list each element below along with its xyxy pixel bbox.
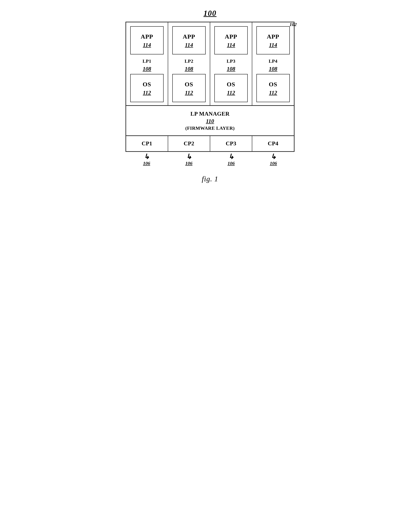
os-box-4: OS 112 (256, 74, 290, 102)
os-label-3: OS (227, 81, 235, 88)
app-label-3: APP (225, 33, 237, 40)
arrow-3: ↳ (228, 153, 234, 160)
lp-ref-2: 108 (185, 66, 193, 72)
cp-label-2: CP2 (183, 140, 194, 147)
diagram-title: 100 (204, 9, 216, 18)
lp-manager-subtitle: (FIRMWARE LAYER) (185, 125, 235, 131)
lp-manager-ref: 110 (206, 118, 214, 124)
app-ref-4: 114 (269, 42, 277, 48)
outer-box: APP 114 LP1 108 OS 112 APP (126, 22, 294, 152)
cp-cell-4: CP4 (252, 136, 294, 151)
cp-label-1: CP1 (142, 140, 152, 147)
os-ref-2: 112 (185, 90, 193, 96)
app-label-1: APP (141, 33, 153, 40)
cp-cell-1: CP1 (126, 136, 168, 151)
lp-label-1: LP1 108 (143, 58, 151, 72)
lp-column-4: APP 114 LP4 108 OS 112 (252, 22, 294, 105)
app-ref-2: 114 (185, 42, 193, 48)
app-ref-3: 114 (227, 42, 235, 48)
cp-cell-2: CP2 (168, 136, 210, 151)
fig-label: fig. 1 (202, 175, 218, 183)
arrow-ref-3: 106 (228, 161, 235, 166)
os-box-3: OS 112 (214, 74, 248, 102)
lp-label-3: LP3 108 (227, 58, 236, 72)
app-box-3: APP 114 (214, 26, 248, 54)
os-box-1: OS 112 (130, 74, 164, 102)
lp-column-1: APP 114 LP1 108 OS 112 (126, 22, 168, 105)
arrow-cell-1: ↳ 106 (126, 153, 168, 166)
lp-ref-4: 108 (269, 66, 277, 72)
lp-column-2: APP 114 LP2 108 OS 112 (168, 22, 210, 105)
cp-label-4: CP4 (268, 140, 278, 147)
lp-name-2: LP2 (185, 58, 194, 64)
arrow-cell-2: ↳ 106 (168, 153, 210, 166)
app-label-4: APP (267, 33, 279, 40)
os-ref-4: 112 (269, 90, 277, 96)
os-ref-3: 112 (227, 90, 235, 96)
os-label-1: OS (143, 81, 151, 88)
page-container: 100 102 APP 114 LP1 108 (126, 9, 294, 183)
cp-label-3: CP3 (226, 140, 236, 147)
lp-columns-row: APP 114 LP1 108 OS 112 APP (126, 22, 294, 106)
app-box-4: APP 114 (256, 26, 290, 54)
lp-name-3: LP3 (227, 58, 236, 64)
cp-row: CP1 CP2 CP3 CP4 (126, 136, 294, 151)
arrows-row: ↳ 106 ↳ 106 ↳ 106 ↳ 106 (126, 153, 294, 166)
cp-cell-3: CP3 (210, 136, 252, 151)
os-label-2: OS (185, 81, 193, 88)
arrow-ref-2: 106 (185, 161, 192, 166)
lp-label-2: LP2 108 (185, 58, 194, 72)
lp-column-3: APP 114 LP3 108 OS 112 (210, 22, 252, 105)
lp-manager-row: LP MANAGER 110 (FIRMWARE LAYER) (126, 106, 294, 136)
ref-102-label: 102 (290, 22, 297, 27)
app-label-2: APP (183, 33, 195, 40)
arrow-4: ↳ (270, 153, 276, 160)
arrow-cell-4: ↳ 106 (252, 153, 294, 166)
lp-manager-title: LP MANAGER (190, 111, 230, 117)
diagram-wrapper: 102 APP 114 LP1 108 OS 112 (126, 22, 294, 166)
arrow-ref-4: 106 (270, 161, 277, 166)
os-label-4: OS (269, 81, 277, 88)
app-box-2: APP 114 (172, 26, 206, 54)
arrow-ref-1: 106 (143, 161, 150, 166)
app-box-1: APP 114 (130, 26, 164, 54)
arrow-1: ↳ (144, 153, 150, 160)
arrow-2: ↳ (186, 153, 192, 160)
arrow-cell-3: ↳ 106 (210, 153, 252, 166)
lp-name-4: LP4 (269, 58, 277, 64)
os-box-2: OS 112 (172, 74, 206, 102)
app-ref-1: 114 (143, 42, 151, 48)
lp-label-4: LP4 108 (269, 58, 277, 72)
os-ref-1: 112 (143, 90, 151, 96)
lp-ref-1: 108 (143, 66, 151, 72)
lp-name-1: LP1 (143, 58, 151, 64)
lp-ref-3: 108 (227, 66, 235, 72)
